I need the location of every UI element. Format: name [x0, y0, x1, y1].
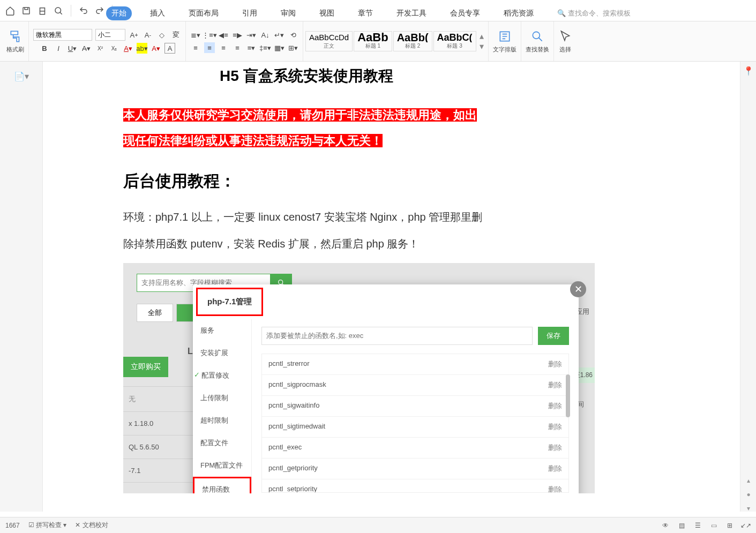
borders-icon[interactable]: ⊞▾ — [288, 42, 298, 53]
decrease-indent-icon[interactable]: ◀≡ — [218, 29, 229, 40]
side-fpm-config[interactable]: FPM配置文件 — [193, 454, 251, 477]
scroll-down-icon[interactable]: ▾ — [743, 503, 754, 514]
delete-link[interactable]: 删除 — [548, 401, 562, 411]
tab-view[interactable]: 视图 — [314, 6, 340, 20]
shrink-font-icon[interactable]: A- — [143, 29, 153, 40]
subscript-icon[interactable]: X₂ — [109, 43, 119, 54]
delete-link[interactable]: 删除 — [548, 380, 562, 390]
tab-icon[interactable]: ⇥▾ — [246, 29, 257, 40]
align-right-icon[interactable]: ≡ — [218, 42, 229, 53]
side-upload-limit[interactable]: 上传限制 — [193, 387, 251, 409]
char-shading-icon[interactable]: A▾ — [151, 43, 161, 54]
tab-member[interactable]: 会员专享 — [445, 6, 485, 20]
scroll-marker-icon[interactable]: ● — [743, 489, 754, 500]
side-service[interactable]: 服务 — [193, 319, 251, 342]
strikethrough-icon[interactable]: A̶▾ — [81, 43, 92, 54]
view-outline-icon[interactable]: ☰ — [693, 521, 702, 530]
save-icon[interactable] — [20, 5, 32, 17]
tab-devtools[interactable]: 开发工具 — [391, 6, 432, 20]
left-margin: 📄▾ — [0, 62, 43, 512]
func-list: pcntl_strerror删除 pcntl_sigprocmask删除 pcn… — [261, 354, 569, 493]
align-left-icon[interactable]: ≡ — [190, 42, 201, 53]
warning-line1: 本人服务仅供研究学习交流使用，请勿用于非法违法违规用途，如出 — [123, 108, 477, 122]
preview-icon[interactable] — [53, 5, 64, 17]
phonetic-icon[interactable]: 変 — [170, 29, 181, 40]
func-row: pcntl_getpriority删除 — [262, 459, 568, 479]
increase-indent-icon[interactable]: ≡▶ — [232, 29, 243, 40]
show-marks-icon[interactable]: ↵▾ — [274, 29, 285, 40]
bullets-icon[interactable]: ≣▾ — [190, 29, 201, 40]
func-row: pcntl_exec删除 — [262, 438, 568, 459]
tab-insert[interactable]: 插入 — [145, 6, 170, 20]
delete-link[interactable]: 删除 — [548, 359, 562, 369]
tab-resources[interactable]: 稻壳资源 — [498, 6, 539, 20]
nav-page-icon[interactable]: 📄▾ — [14, 71, 29, 81]
tab-sections[interactable]: 章节 — [353, 6, 378, 20]
spell-check[interactable]: ☑ 拼写检查 ▾ — [28, 521, 67, 530]
fit-icon[interactable]: ↙↗ — [741, 521, 751, 530]
underline-icon[interactable]: U▾ — [67, 43, 78, 54]
undo-icon[interactable] — [78, 5, 89, 17]
tab-layout[interactable]: 页面布局 — [183, 6, 224, 20]
distribute-icon[interactable]: ≡▾ — [246, 42, 257, 53]
scrollbar[interactable] — [566, 374, 570, 417]
view-read-icon[interactable]: ▭ — [709, 521, 718, 530]
side-timeout[interactable]: 超时限制 — [193, 409, 251, 432]
view-web-icon[interactable]: ⊞ — [725, 521, 735, 530]
styles-more-icon[interactable]: ▴▾ — [477, 31, 486, 51]
delete-link[interactable]: 删除 — [548, 422, 562, 432]
style-h1[interactable]: AaBb标题 1 — [354, 31, 392, 51]
print-icon[interactable] — [36, 5, 48, 17]
delete-link[interactable]: 删除 — [548, 443, 562, 453]
style-h3[interactable]: AaBbC(标题 3 — [433, 31, 476, 51]
close-icon[interactable]: ✕ — [570, 281, 586, 297]
format-painter-button[interactable]: 格式刷 — [6, 29, 24, 54]
style-normal[interactable]: AaBbCcDd正文 — [305, 31, 353, 51]
char-border-icon[interactable]: A — [164, 43, 175, 54]
save-button[interactable]: 保存 — [538, 327, 569, 345]
text-direction-icon[interactable]: ⟲ — [288, 29, 298, 40]
grow-font-icon[interactable]: A+ — [129, 29, 139, 40]
font-color-icon[interactable]: A▾ — [123, 43, 133, 54]
scroll-up-icon[interactable]: ▴ — [743, 475, 754, 486]
delete-link[interactable]: 删除 — [548, 464, 562, 474]
side-config[interactable]: 配置修改 — [193, 364, 251, 387]
tab-review[interactable]: 审阅 — [275, 6, 301, 20]
clear-format-icon[interactable]: ◇ — [156, 29, 167, 40]
align-center-icon[interactable]: ≡ — [204, 42, 215, 53]
line-spacing-icon[interactable]: ‡≡▾ — [260, 42, 271, 53]
text-layout-group[interactable]: 文字排版 — [489, 21, 521, 61]
numbering-icon[interactable]: ⋮≡▾ — [204, 29, 215, 40]
buy-now-button[interactable]: 立即购买 — [123, 357, 168, 377]
tab-references[interactable]: 引用 — [237, 6, 263, 20]
right-panel: 📍 — [740, 62, 756, 512]
style-h2[interactable]: AaBb(标题 2 — [393, 31, 432, 51]
superscript-icon[interactable]: X² — [95, 43, 106, 54]
sort-icon[interactable]: A↓ — [260, 29, 271, 40]
doc-proof[interactable]: ✕ 文档校对 — [75, 521, 108, 530]
delete-link[interactable]: 删除 — [548, 485, 562, 493]
side-disabled-funcs[interactable]: 禁用函数 — [193, 477, 251, 493]
func-name-input[interactable] — [261, 327, 533, 345]
eye-icon[interactable]: 👁 — [661, 521, 670, 530]
tab-start[interactable]: 开始 — [106, 6, 132, 20]
find-replace-group[interactable]: 查找替换 — [521, 21, 554, 61]
format-painter-group: 格式刷 — [2, 21, 29, 61]
ribbon-search[interactable]: 🔍 查找命令、搜索模板 — [557, 9, 631, 18]
highlight-icon[interactable]: ab▾ — [137, 43, 147, 54]
justify-icon[interactable]: ≡ — [232, 42, 243, 53]
bold-icon[interactable]: B — [39, 43, 50, 54]
font-size-select[interactable] — [95, 29, 125, 41]
font-family-select[interactable] — [33, 29, 92, 41]
section-heading: 后台使用教程： — [123, 170, 595, 192]
select-group[interactable]: 选择 — [554, 21, 577, 61]
page-number[interactable]: 1667 — [5, 522, 20, 529]
view-page-icon[interactable]: ▤ — [677, 521, 686, 530]
shading-icon[interactable]: ▦▾ — [274, 42, 285, 53]
location-pin-icon[interactable]: 📍 — [743, 66, 754, 76]
side-config-file[interactable]: 配置文件 — [193, 432, 251, 454]
tab-all[interactable]: 全部 — [137, 304, 173, 322]
side-install-ext[interactable]: 安装扩展 — [193, 342, 251, 364]
home-icon[interactable] — [4, 5, 16, 17]
italic-icon[interactable]: I — [53, 43, 64, 54]
